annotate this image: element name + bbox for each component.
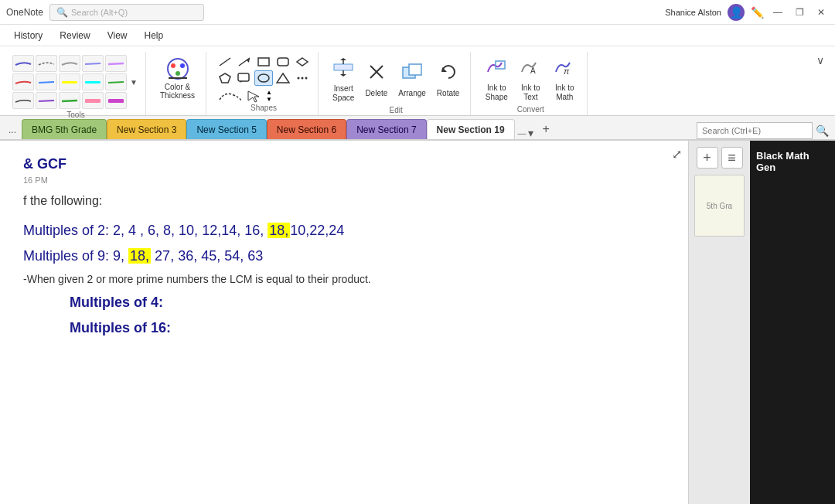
svg-marker-20: [297, 58, 308, 66]
ribbon-expand-button[interactable]: ∨: [812, 53, 829, 68]
rotate-button[interactable]: Rotate: [432, 58, 464, 101]
pen-item-13[interactable]: [59, 92, 80, 109]
shape-arrow[interactable]: [235, 54, 254, 70]
rotate-icon: [438, 61, 459, 87]
pen-item-6[interactable]: [12, 73, 34, 90]
pen-item-10[interactable]: [105, 73, 127, 90]
minimize-button[interactable]: —: [770, 5, 786, 19]
svg-line-0: [85, 63, 101, 64]
tab-bmg[interactable]: BMG 5th Grade: [22, 119, 107, 139]
tabs-add-button[interactable]: +: [537, 119, 556, 139]
multiples-line1-suffix: 10,22,24: [290, 223, 344, 238]
panel-format-button[interactable]: ≡: [721, 147, 743, 169]
svg-marker-21: [220, 73, 230, 83]
tab-section6[interactable]: New Section 6: [267, 119, 346, 139]
arrange-icon: [401, 61, 423, 87]
pen-item-5[interactable]: [105, 55, 127, 72]
shape-callout[interactable]: [235, 70, 254, 86]
color-thickness-button[interactable]: Color &Thickness: [155, 53, 199, 103]
panel-add-button[interactable]: +: [697, 147, 718, 169]
shape-rect[interactable]: [254, 54, 273, 70]
insert-space-button[interactable]: InsertSpace: [328, 53, 359, 106]
close-button[interactable]: ✕: [813, 5, 829, 19]
section-time: 16 PM: [23, 175, 665, 185]
tabs-search-input[interactable]: [697, 122, 813, 139]
pen-item-9[interactable]: [82, 73, 104, 90]
black-bar-title: Black Math Gen: [756, 147, 829, 176]
pen-item-4[interactable]: [82, 55, 104, 72]
delete-button[interactable]: Delete: [360, 58, 392, 101]
ink-to-math-icon: π: [553, 56, 576, 82]
edit-items: InsertSpace Delete Arran: [328, 53, 464, 106]
tabs-search-icon[interactable]: 🔍: [813, 123, 832, 138]
pen-grid: [12, 55, 127, 109]
arrange-label: Arrange: [398, 89, 426, 98]
svg-rect-19: [278, 58, 288, 66]
svg-rect-18: [258, 58, 269, 66]
pen-item-1[interactable]: [12, 55, 34, 72]
menu-history[interactable]: History: [6, 27, 50, 44]
convert-label: Convert: [517, 105, 544, 115]
user-avatar: 👤: [728, 4, 745, 21]
pen-scroll-btn[interactable]: ▼: [128, 63, 139, 101]
menu-review[interactable]: Review: [52, 27, 97, 44]
svg-marker-31: [340, 58, 346, 60]
tab-section3[interactable]: New Section 3: [107, 119, 186, 139]
tabs-chevron[interactable]: ▾: [528, 127, 533, 139]
color-thickness-label: Color &Thickness: [160, 83, 195, 100]
shape-rounded-rect[interactable]: [274, 54, 292, 70]
title-search-box[interactable]: 🔍 Search (Alt+Q): [49, 4, 204, 21]
pen-item-2[interactable]: [36, 55, 57, 72]
pen-icon[interactable]: ✏️: [751, 6, 764, 19]
shape-select[interactable]: [244, 88, 263, 104]
ink-to-text-button[interactable]: A Ink toText: [514, 53, 547, 105]
svg-line-16: [239, 58, 250, 66]
arrange-button[interactable]: Arrange: [394, 58, 431, 101]
tab-section5[interactable]: New Section 5: [186, 119, 266, 139]
shape-diamond[interactable]: [293, 54, 312, 70]
svg-line-2: [39, 82, 54, 83]
right-panel: + ≡ 5th Gra: [688, 141, 750, 504]
ink-to-shape-button[interactable]: Ink toShape: [480, 53, 513, 105]
ink-to-math-button[interactable]: π Ink toMath: [548, 53, 581, 105]
shape-pentagon[interactable]: [216, 70, 234, 86]
shape-triangle[interactable]: [274, 70, 292, 86]
svg-point-10: [168, 59, 188, 79]
svg-point-12: [180, 63, 185, 68]
shapes-dropdown[interactable]: ▲▼: [264, 88, 274, 104]
svg-line-15: [220, 58, 230, 66]
multiples-line2-highlight: 18,: [128, 248, 151, 264]
multiples-line1-highlight: 18,: [268, 223, 290, 238]
svg-marker-25: [277, 73, 289, 83]
expand-button[interactable]: ⤢: [672, 147, 682, 162]
svg-point-28: [305, 77, 308, 79]
shape-lasso[interactable]: [216, 88, 244, 104]
ribbon: ▼ Tools Color &Thickness: [0, 46, 835, 116]
ribbon-color-thickness-group: Color &Thickness: [149, 52, 206, 115]
menu-help[interactable]: Help: [137, 27, 172, 44]
pen-item-12[interactable]: [36, 92, 57, 109]
tab-section19[interactable]: New Section 19: [427, 119, 515, 139]
tabs-overflow-btn[interactable]: ...: [3, 119, 22, 139]
restore-button[interactable]: ❐: [792, 5, 807, 19]
page-thumbnail[interactable]: 5th Gra: [694, 175, 745, 237]
menu-view[interactable]: View: [100, 27, 135, 44]
shape-line[interactable]: [216, 54, 234, 70]
shape-more[interactable]: [293, 70, 312, 86]
titlebar-left: OneNote 🔍 Search (Alt+Q): [6, 4, 204, 21]
tab-section7[interactable]: New Section 7: [346, 119, 426, 139]
pen-item-8[interactable]: [59, 73, 80, 90]
color-thickness-icon: [165, 56, 190, 81]
insert-space-label: InsertSpace: [332, 84, 354, 103]
ink-to-text-icon: A: [519, 56, 542, 82]
pen-item-15[interactable]: [105, 92, 127, 109]
pen-item-3[interactable]: [59, 55, 80, 72]
svg-rect-9: [108, 99, 124, 103]
svg-rect-37: [409, 64, 421, 75]
pen-item-7[interactable]: [36, 73, 57, 90]
shape-circle[interactable]: [254, 70, 273, 86]
ribbon-shapes-group: ▲▼ Shapes: [210, 52, 319, 115]
pen-item-14[interactable]: [82, 92, 104, 109]
pen-item-11[interactable]: [12, 92, 34, 109]
shapes-grid: [216, 54, 312, 86]
